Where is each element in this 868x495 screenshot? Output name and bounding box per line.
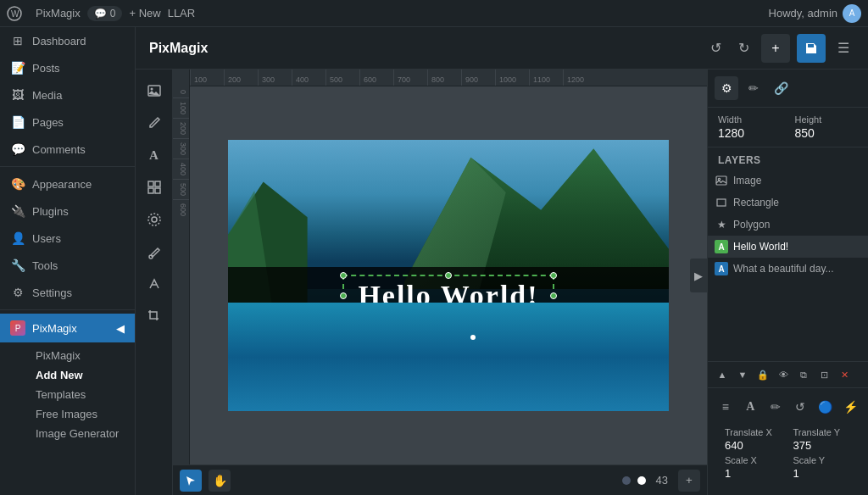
tab-brush[interactable]: ✏: [742, 76, 765, 100]
cursor-btn[interactable]: [180, 470, 202, 492]
width-value[interactable]: 1280: [718, 126, 782, 140]
layer-item-image[interactable]: Image: [708, 170, 868, 192]
scale-y-value[interactable]: 1: [793, 467, 852, 480]
tab-link[interactable]: 🔗: [769, 76, 793, 100]
site-code[interactable]: LLAR: [168, 7, 196, 19]
right-panel: ⚙ ✏ 🔗 Width 1280 Height 850: [707, 70, 868, 495]
sidebar-item-dashboard[interactable]: ⊞ Dashboard: [0, 27, 135, 54]
pen-tool-btn[interactable]: [140, 270, 169, 298]
layer-item-rectangle[interactable]: Rectangle: [708, 192, 868, 214]
translate-x-value[interactable]: 640: [725, 439, 783, 452]
edit-tool-btn[interactable]: [140, 108, 169, 137]
ruler-top-row: 100 200 300 400 500 600 700 800 900 1000…: [173, 70, 707, 86]
layer-item-hello[interactable]: A Hello World!: [708, 236, 868, 258]
tool-paint-btn[interactable]: ✏: [765, 395, 787, 419]
width-item: Width 1280: [718, 114, 782, 140]
svg-point-15: [718, 178, 720, 180]
layers-section: Layers Image: [708, 147, 868, 387]
layer-subtitle-icon: A: [715, 262, 728, 275]
new-btn[interactable]: + New: [129, 7, 160, 19]
tab-settings[interactable]: ⚙: [715, 76, 738, 100]
layer-visibility-btn[interactable]: 👁: [774, 365, 793, 384]
layer-crop-btn[interactable]: ⊡: [815, 365, 833, 384]
canvas-container[interactable]: Hello World! ★: [190, 86, 707, 464]
redo-button[interactable]: ↻: [733, 35, 754, 61]
wp-logo[interactable]: W: [7, 6, 22, 21]
water-area: [228, 303, 669, 411]
sidebar-item-comments[interactable]: 💬 Comments: [0, 136, 135, 163]
sidebar-item-pages[interactable]: 📄 Pages: [0, 108, 135, 136]
sidebar-item-label: Posts: [32, 62, 60, 75]
image-tool-btn[interactable]: [140, 76, 169, 105]
layer-down-btn[interactable]: ▼: [733, 365, 752, 384]
sidebar-item-tools[interactable]: 🔧 Tools: [0, 252, 135, 279]
tool-filter-btn[interactable]: ↺: [790, 395, 812, 419]
sidebar-item-settings[interactable]: ⚙ Settings: [0, 279, 135, 306]
text-tool-btn[interactable]: A: [140, 141, 169, 170]
sidebar-divider-2: [0, 309, 135, 310]
boat-dot: [470, 335, 476, 340]
elements-tool-btn[interactable]: [140, 205, 169, 234]
hand-btn[interactable]: ✋: [209, 470, 231, 492]
pixmagix-submenu: PixMagix Add New Templates Free Images I…: [0, 342, 135, 447]
crop-tool-btn[interactable]: [140, 302, 169, 331]
zoom-dot-active: [637, 476, 646, 485]
tool-color-btn[interactable]: 🔵: [815, 395, 837, 419]
sidebar-item-label: Media: [32, 89, 62, 102]
translate-y-label: Translate Y: [793, 427, 852, 437]
avatar: A: [843, 4, 861, 23]
height-item: Height 850: [795, 114, 859, 140]
sidebar-item-plugins[interactable]: 🔌 Plugins: [0, 197, 135, 225]
layer-duplicate-btn[interactable]: ⧉: [794, 365, 813, 384]
layer-up-btn[interactable]: ▲: [713, 365, 732, 384]
layer-controls: ▲ ▼ 🔒 👁 ⧉ ⊡ ✕: [708, 361, 868, 387]
add-button[interactable]: +: [761, 34, 790, 63]
translate-y-value[interactable]: 375: [793, 439, 852, 452]
posts-icon: 📝: [10, 61, 25, 75]
ruler-horizontal: 100 200 300 400 500 600 700 800 900 1000…: [190, 70, 707, 86]
sidebar-item-users[interactable]: 👤 Users: [0, 225, 135, 252]
layer-delete-btn[interactable]: ✕: [835, 365, 854, 384]
submenu-templates[interactable]: Templates: [25, 385, 135, 404]
media-icon: 🖼: [10, 88, 25, 102]
paint-tool-btn[interactable]: [140, 237, 169, 266]
submenu-add-new[interactable]: Add New: [25, 365, 135, 385]
svg-point-3: [150, 88, 153, 91]
editor-title: PixMagix: [149, 41, 705, 56]
comment-bubble[interactable]: 💬 0: [87, 6, 123, 21]
sidebar-item-label: Appearance: [32, 178, 92, 191]
height-value[interactable]: 850: [795, 126, 859, 140]
canvas-expand-btn[interactable]: ▶: [690, 259, 707, 292]
tool-align-btn[interactable]: ≡: [715, 395, 737, 419]
menu-button[interactable]: ☰: [832, 35, 854, 61]
right-panel-tabs: ⚙ ✏ 🔗: [708, 70, 868, 108]
scale-x-value[interactable]: 1: [725, 467, 783, 480]
sidebar-item-media[interactable]: 🖼 Media: [0, 81, 135, 108]
undo-button[interactable]: ↺: [705, 35, 726, 61]
svg-rect-7: [155, 188, 160, 193]
save-button[interactable]: [797, 34, 826, 63]
bottom-tools-section: ≡ A ✏ ↺ 🔵 ⚡ Translate X 640: [708, 387, 868, 495]
sidebar-item-posts[interactable]: 📝 Posts: [0, 54, 135, 81]
tool-effects-btn[interactable]: ⚡: [840, 395, 862, 419]
site-name[interactable]: PixMagix: [36, 7, 81, 19]
active-indicator: ◀: [116, 322, 125, 335]
zoom-value: 43: [656, 474, 668, 487]
tool-text-btn[interactable]: A: [740, 395, 762, 419]
sidebar-item-pixmagix[interactable]: P PixMagix ◀: [0, 314, 135, 342]
submenu-image-generator[interactable]: Image Generator: [25, 424, 135, 443]
bottom-tools-row: ≡ A ✏ ↺ 🔵 ⚡: [715, 395, 861, 419]
layer-lock-btn[interactable]: 🔒: [754, 365, 772, 384]
sidebar-item-appearance[interactable]: 🎨 Appearance: [0, 170, 135, 197]
editor-topbar: PixMagix ↺ ↻ + ☰: [136, 27, 868, 70]
layer-item-subtitle[interactable]: A What a beautiful day...: [708, 258, 868, 280]
svg-rect-4: [148, 181, 153, 186]
submenu-free-images[interactable]: Free Images: [25, 404, 135, 424]
shapes-tool-btn[interactable]: [140, 173, 169, 202]
layers-list: Image Rectangle ★: [708, 170, 868, 361]
canvas-collapse-btn[interactable]: +: [678, 470, 700, 492]
submenu-pixmagix[interactable]: PixMagix: [25, 346, 135, 365]
layer-item-polygon[interactable]: ★ Polygon: [708, 214, 868, 236]
appearance-icon: 🎨: [10, 177, 25, 191]
svg-rect-6: [148, 188, 153, 193]
